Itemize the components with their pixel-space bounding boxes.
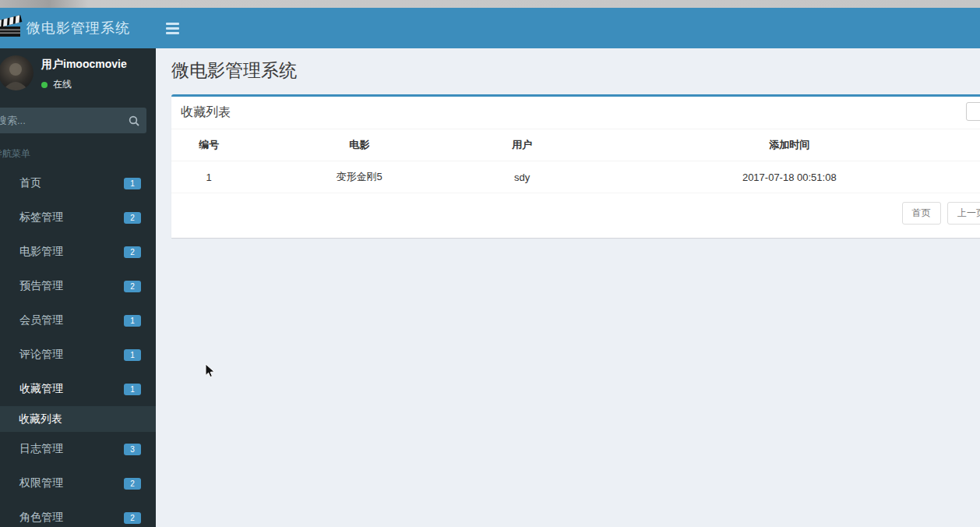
sidebar-search: [0, 108, 146, 133]
circle-icon: ○: [0, 246, 5, 258]
user-panel: 用户imoocmovie 在线: [0, 48, 156, 97]
count-badge: 2: [124, 512, 141, 524]
pagination-first-button[interactable]: 首页: [902, 202, 941, 225]
panel-header: 收藏列表: [171, 97, 980, 129]
pagination: 首页 上一页: [171, 193, 980, 238]
video-chrome-strip: [0, 0, 980, 8]
sidebar-item-favorites[interactable]: ○ 收藏管理 1: [0, 372, 156, 406]
page-title: 微电影管理系统: [171, 58, 980, 83]
clapperboard-icon: [0, 14, 25, 42]
sidebar-item-roles[interactable]: ○ 角色管理 2: [0, 500, 156, 527]
column-header-added-time: 添加时间: [573, 129, 980, 161]
count-badge: 2: [124, 478, 141, 490]
online-status-label: 在线: [53, 78, 72, 91]
cell-added-time: 2017-07-18 00:51:08: [573, 161, 980, 193]
count-badge: 1: [124, 349, 141, 361]
circle-icon: ○: [0, 413, 5, 425]
count-badge: 2: [124, 212, 141, 224]
count-badge: 2: [124, 281, 141, 292]
circle-icon: ○: [0, 178, 5, 189]
sidebar-item-members[interactable]: ○ 会员管理 1: [0, 303, 156, 338]
circle-icon: ○: [0, 444, 5, 455]
sidebar-item-home[interactable]: ○ 首页 1: [0, 166, 156, 200]
menu-header: 导航菜单: [0, 146, 156, 161]
sidebar-item-trailers[interactable]: ○ 预告管理 2: [0, 269, 156, 303]
sidebar-item-comments[interactable]: ○ 评论管理 1: [0, 338, 156, 372]
circle-icon: ○: [0, 315, 5, 327]
count-badge: 1: [124, 384, 141, 395]
online-status-icon: [41, 82, 48, 88]
sidebar-item-favorites-list[interactable]: ○ 收藏列表: [0, 406, 156, 432]
circle-icon: ○: [0, 384, 5, 395]
sidebar-item-tags[interactable]: ○ 标签管理 2: [0, 200, 156, 235]
circle-icon: ○: [0, 512, 5, 524]
circle-icon: ○: [0, 281, 5, 292]
user-avatar: [0, 55, 33, 90]
count-badge: 3: [124, 444, 141, 455]
circle-icon: ○: [0, 478, 5, 490]
circle-icon: ○: [0, 349, 5, 361]
sidebar-item-permissions[interactable]: ○ 权限管理 2: [0, 466, 156, 500]
sidebar: 用户imoocmovie 在线 导航菜单 ○ 首页: [0, 48, 156, 527]
column-header-user: 用户: [472, 129, 573, 161]
count-badge: 1: [124, 178, 141, 189]
sidebar-toggle-icon[interactable]: [166, 8, 199, 48]
cell-user: sdy: [472, 161, 573, 193]
top-navbar: [156, 8, 980, 48]
cell-id: 1: [171, 161, 246, 193]
panel-action-button[interactable]: [966, 102, 980, 121]
sidebar-item-logs[interactable]: ○ 日志管理 3: [0, 432, 156, 466]
user-name: 用户imoocmovie: [41, 58, 127, 72]
column-header-movie: 电影: [246, 129, 471, 161]
sidebar-item-movies[interactable]: ○ 电影管理 2: [0, 235, 156, 269]
table-row: 1 变形金刚5 sdy 2017-07-18 00:51:08: [171, 161, 980, 193]
sidebar-menu: ○ 首页 1 ○ 标签管理 2 ○ 电影管理 2 ○ 预告管理 2 ○ 会员管理: [0, 166, 156, 527]
favorites-panel: 收藏列表 编号 电影 用户 添加时间 1 变形金刚5 sdy: [171, 94, 980, 238]
favorites-table: 编号 电影 用户 添加时间 1 变形金刚5 sdy 2017-07-18 00:…: [171, 129, 980, 193]
panel-title: 收藏列表: [181, 105, 231, 118]
column-header-id: 编号: [171, 129, 246, 161]
search-icon[interactable]: [123, 109, 145, 132]
count-badge: 2: [124, 246, 141, 258]
pagination-prev-button[interactable]: 上一页: [947, 202, 980, 225]
main-content: 微电影管理系统 收藏列表 编号 电影 用户 添加时间 1: [156, 48, 980, 527]
cell-movie: 变形金刚5: [246, 161, 471, 193]
app-title: 微电影管理系统: [26, 19, 130, 37]
circle-icon: ○: [0, 212, 5, 224]
table-header-row: 编号 电影 用户 添加时间: [171, 129, 980, 161]
app-logo[interactable]: 微电影管理系统: [0, 8, 156, 48]
count-badge: 1: [124, 315, 141, 327]
app-screen: 微电影管理系统 用户imoocmovie 在线: [0, 0, 980, 527]
